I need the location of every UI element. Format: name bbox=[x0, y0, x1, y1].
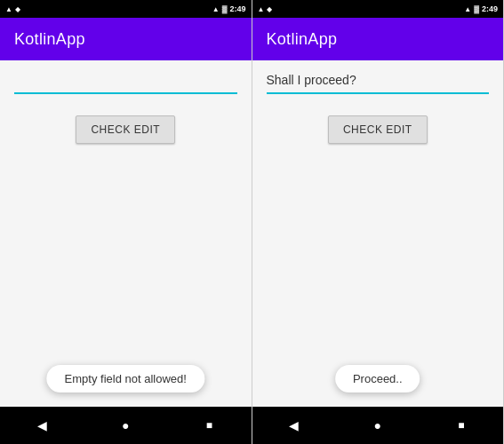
right-app-title: KotlinApp bbox=[267, 30, 338, 49]
right-content: CHECK EDIT Proceed.. bbox=[252, 60, 504, 407]
left-app-title: KotlinApp bbox=[14, 30, 85, 49]
left-check-edit-button[interactable]: CHECK EDIT bbox=[76, 115, 175, 144]
right-nav-back-icon[interactable] bbox=[278, 409, 310, 441]
left-nav-bar bbox=[0, 407, 252, 444]
right-status-time: 2:49 bbox=[482, 4, 498, 13]
right-status-left-icons: ▲ ◆ bbox=[258, 5, 273, 13]
right-wifi-icon: ▲ bbox=[464, 5, 471, 13]
left-nav-back-icon[interactable] bbox=[26, 409, 58, 441]
right-nav-home-icon[interactable] bbox=[362, 409, 394, 441]
left-snackbar-message: Empty field not allowed! bbox=[65, 372, 187, 385]
left-location-icon: ◆ bbox=[15, 5, 20, 13]
right-status-right-icons: ▲ ▓ 2:49 bbox=[464, 4, 498, 13]
right-signal-icon: ▲ bbox=[258, 5, 265, 13]
left-status-left-icons: ▲ ◆ bbox=[5, 5, 20, 13]
left-app-bar: KotlinApp bbox=[0, 18, 252, 60]
right-status-bar: ▲ ◆ ▲ ▓ 2:49 bbox=[252, 0, 504, 18]
left-wifi-icon: ▲ bbox=[212, 5, 220, 13]
right-snackbar: Proceed.. bbox=[335, 365, 420, 392]
left-signal-icon: ▲ bbox=[5, 5, 12, 13]
right-nav-bar bbox=[252, 407, 504, 444]
right-battery-icon: ▓ bbox=[474, 5, 479, 13]
right-text-input[interactable] bbox=[267, 67, 490, 92]
left-status-bar: ▲ ◆ ▲ ▓ 2:49 bbox=[0, 0, 252, 18]
left-text-input-container[interactable] bbox=[14, 67, 237, 94]
right-app-bar: KotlinApp bbox=[252, 18, 504, 60]
right-text-input-container[interactable] bbox=[267, 67, 490, 94]
left-battery-icon: ▓ bbox=[222, 5, 228, 13]
left-nav-recent-icon[interactable] bbox=[193, 409, 225, 441]
right-snackbar-message: Proceed.. bbox=[353, 372, 403, 385]
left-content: CHECK EDIT Empty field not allowed! bbox=[0, 60, 252, 407]
left-status-time: 2:49 bbox=[229, 4, 245, 13]
right-phone-panel: ▲ ◆ ▲ ▓ 2:49 KotlinApp CHECK EDIT Procee… bbox=[252, 0, 505, 444]
left-text-input[interactable] bbox=[14, 67, 237, 92]
left-status-right-icons: ▲ ▓ 2:49 bbox=[212, 4, 246, 13]
right-nav-recent-icon[interactable] bbox=[445, 409, 477, 441]
left-phone-panel: ▲ ◆ ▲ ▓ 2:49 KotlinApp CHECK EDIT Empty … bbox=[0, 0, 252, 444]
left-snackbar: Empty field not allowed! bbox=[47, 365, 204, 392]
right-check-edit-button[interactable]: CHECK EDIT bbox=[328, 115, 428, 144]
left-nav-home-icon[interactable] bbox=[109, 409, 141, 441]
right-location-icon: ◆ bbox=[267, 5, 272, 13]
